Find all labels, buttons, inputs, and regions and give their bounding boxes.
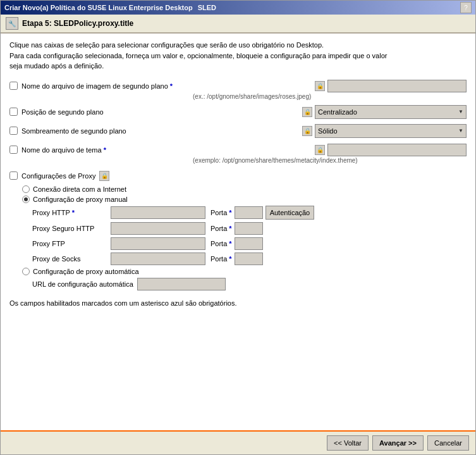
auth-button[interactable]: Autenticação bbox=[265, 206, 315, 220]
direct-connection-radio[interactable] bbox=[22, 185, 30, 193]
content-area: Clique nas caixas de seleção para seleci… bbox=[1, 34, 475, 430]
auto-proxy-radio[interactable] bbox=[22, 268, 30, 275]
help-button[interactable]: ? bbox=[460, 2, 472, 13]
background-image-checkbox[interactable] bbox=[9, 82, 18, 90]
socks-proxy-input[interactable] bbox=[111, 252, 205, 265]
secure-http-proxy-input[interactable] bbox=[111, 222, 205, 235]
background-shading-checkbox[interactable] bbox=[9, 127, 18, 135]
http-proxy-port-label: Porta * bbox=[211, 209, 232, 216]
auto-proxy-section: URL de configuração automática bbox=[32, 278, 467, 290]
background-image-label: Nome do arquivo de imagem de segundo pla… bbox=[21, 82, 173, 90]
ftp-port-label: Porta * bbox=[211, 240, 232, 247]
ftp-port-input[interactable]: 0 bbox=[235, 237, 263, 250]
auto-proxy-label: Configuração de proxy automática bbox=[33, 268, 139, 275]
http-proxy-input[interactable] bbox=[111, 206, 205, 219]
background-position-label: Posição de segundo plano bbox=[21, 108, 104, 116]
direct-connection-label: Conexão direta com a Internet bbox=[33, 185, 126, 193]
intro-line2: Para cada configuração selecionada, forn… bbox=[9, 51, 467, 61]
background-image-asterisk: * bbox=[170, 82, 173, 90]
step-bar: 🔧 Etapa 5: SLEDPolicy.proxy.title bbox=[1, 15, 475, 34]
background-image-input[interactable] bbox=[327, 80, 467, 92]
background-position-checkbox[interactable] bbox=[9, 108, 18, 116]
theme-file-section: Nome do arquivo de tema * 🔒 (exemplo: /o… bbox=[9, 143, 467, 164]
proxy-settings-section: Configurações de Proxy 🔒 Conexão direta … bbox=[9, 169, 467, 290]
intro-line1: Clique nas caixas de seleção para seleci… bbox=[9, 40, 467, 51]
secure-http-proxy-label: Proxy Seguro HTTP bbox=[32, 225, 108, 232]
footer-text: Os campos habilitados marcados com um as… bbox=[9, 296, 467, 307]
title-bar-text-left: Criar Novo(a) Política do SUSE Linux Ent… bbox=[4, 4, 193, 11]
auto-url-label: URL de configuração automática bbox=[32, 280, 133, 288]
theme-file-label: Nome do arquivo de tema * bbox=[21, 146, 106, 154]
theme-file-lock[interactable]: 🔒 bbox=[315, 145, 325, 155]
manual-proxy-row: Configuração de proxy manual bbox=[22, 196, 467, 203]
theme-file-checkbox[interactable] bbox=[9, 146, 18, 154]
intro-text: Clique nas caixas de seleção para seleci… bbox=[9, 40, 467, 72]
socks-port-label: Porta * bbox=[211, 255, 232, 263]
background-image-row: Nome do arquivo de imagem de segundo pla… bbox=[9, 79, 467, 93]
socks-proxy-row: Proxy de Socks Porta * 0 bbox=[32, 252, 467, 265]
http-proxy-port-input[interactable]: 8080 bbox=[235, 206, 263, 219]
secure-http-port-input[interactable]: 0 bbox=[235, 222, 263, 235]
http-proxy-row: Proxy HTTP * Porta * 8080 Autenticação bbox=[32, 206, 467, 220]
socks-port-input[interactable]: 0 bbox=[235, 252, 263, 265]
background-shading-lock[interactable]: 🔒 bbox=[302, 126, 312, 136]
theme-file-asterisk: * bbox=[104, 146, 106, 154]
title-bar-left: Criar Novo(a) Política do SUSE Linux Ent… bbox=[4, 4, 216, 11]
auto-url-input[interactable] bbox=[137, 278, 226, 290]
dropdown-arrow: ▼ bbox=[458, 109, 463, 115]
proxy-sub-section: Conexão direta com a Internet Configuraç… bbox=[22, 185, 467, 290]
theme-file-row: Nome do arquivo de tema * 🔒 bbox=[9, 143, 467, 157]
intro-line3: seja mudado após a definição. bbox=[9, 61, 467, 72]
background-position-lock[interactable]: 🔒 bbox=[302, 107, 312, 117]
title-bar: Criar Novo(a) Política do SUSE Linux Ent… bbox=[1, 1, 475, 15]
theme-file-hint: (exemplo: /opt/gnome/share/themes/metaci… bbox=[193, 157, 467, 164]
next-button[interactable]: Avançar >> bbox=[372, 435, 424, 451]
secure-http-proxy-row: Proxy Seguro HTTP Porta * 0 bbox=[32, 222, 467, 235]
auto-url-row: URL de configuração automática bbox=[32, 278, 467, 290]
proxy-settings-lock[interactable]: 🔒 bbox=[99, 171, 109, 181]
direct-connection-row: Conexão direta com a Internet bbox=[22, 185, 467, 193]
background-image-hint: (ex.: /opt/gnome/share/images/roses.jpeg… bbox=[193, 93, 467, 100]
proxy-settings-row: Configurações de Proxy 🔒 bbox=[9, 169, 467, 183]
back-button[interactable]: << Voltar bbox=[327, 435, 369, 451]
http-proxy-label: Proxy HTTP * bbox=[32, 209, 108, 216]
cancel-button[interactable]: Cancelar bbox=[427, 435, 469, 451]
step-icon: 🔧 bbox=[6, 17, 18, 30]
ftp-proxy-label: Proxy FTP bbox=[32, 240, 108, 247]
manual-proxy-radio[interactable] bbox=[22, 196, 30, 203]
proxy-fields: Proxy HTTP * Porta * 8080 Autenticação bbox=[32, 206, 467, 265]
background-position-dropdown[interactable]: Centralizado ▼ bbox=[315, 105, 467, 119]
ftp-proxy-input[interactable] bbox=[111, 237, 205, 250]
form-section: Nome do arquivo de imagem de segundo pla… bbox=[9, 79, 467, 290]
secure-http-port-label: Porta * bbox=[211, 225, 232, 232]
background-shading-label: Sombreamento de segundo plano bbox=[21, 127, 126, 135]
background-image-section: Nome do arquivo de imagem de segundo pla… bbox=[9, 79, 467, 100]
ftp-proxy-row: Proxy FTP Porta * 0 bbox=[32, 237, 467, 250]
auto-proxy-row: Configuração de proxy automática bbox=[22, 268, 467, 275]
manual-proxy-label: Configuração de proxy manual bbox=[33, 196, 128, 203]
step-title: Etapa 5: SLEDPolicy.proxy.title bbox=[22, 19, 133, 28]
background-shading-row: Sombreamento de segundo plano 🔒 Sólido ▼ bbox=[9, 124, 467, 138]
background-position-row: Posição de segundo plano 🔒 Centralizado … bbox=[9, 105, 467, 119]
main-window: Criar Novo(a) Política do SUSE Linux Ent… bbox=[0, 0, 476, 455]
shading-dropdown-arrow: ▼ bbox=[458, 128, 463, 134]
bottom-bar: << Voltar Avançar >> Cancelar bbox=[1, 430, 475, 454]
background-shading-dropdown[interactable]: Sólido ▼ bbox=[315, 124, 467, 138]
socks-proxy-label: Proxy de Socks bbox=[32, 255, 108, 263]
theme-file-input[interactable] bbox=[327, 144, 467, 156]
proxy-settings-checkbox[interactable] bbox=[9, 171, 18, 180]
proxy-settings-label: Configurações de Proxy bbox=[21, 172, 95, 180]
title-bar-text-middle: SLED bbox=[198, 4, 216, 11]
background-image-lock[interactable]: 🔒 bbox=[315, 81, 325, 91]
